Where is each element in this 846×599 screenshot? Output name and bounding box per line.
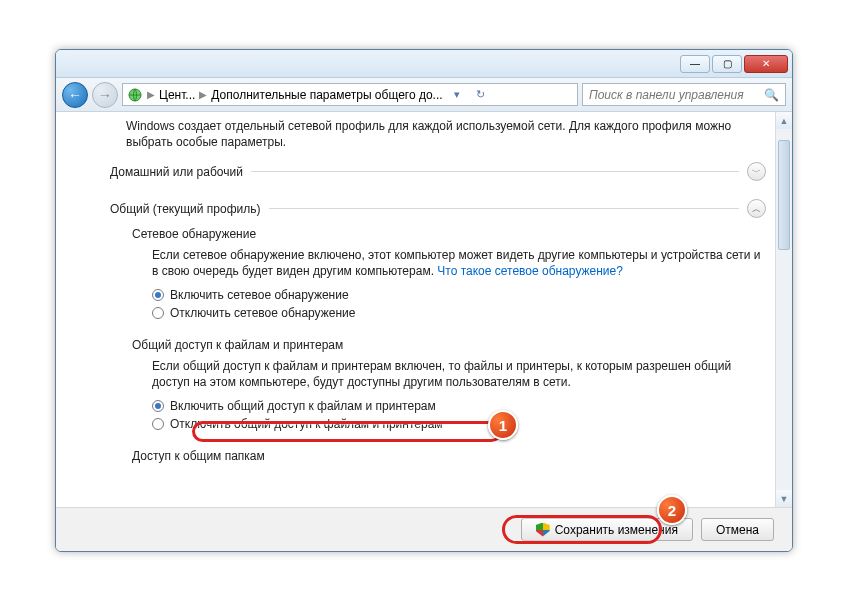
shield-icon bbox=[536, 523, 550, 537]
scrollbar[interactable]: ▲ ▼ bbox=[775, 112, 792, 507]
button-label: Сохранить изменения bbox=[555, 523, 678, 537]
address-dropdown-icon[interactable]: ▾ bbox=[447, 88, 467, 101]
scroll-up-icon[interactable]: ▲ bbox=[776, 112, 792, 129]
section-title: Общий (текущий профиль) bbox=[110, 201, 261, 217]
breadcrumb-item[interactable]: Дополнительные параметры общего до... bbox=[211, 88, 442, 102]
what-is-network-discovery-link[interactable]: Что такое сетевое обнаружение? bbox=[437, 264, 623, 278]
search-icon: 🔍 bbox=[764, 88, 779, 102]
refresh-icon[interactable]: ↻ bbox=[471, 88, 491, 101]
subsection-file-sharing: Общий доступ к файлам и принтерам bbox=[132, 337, 766, 353]
section-title: Домашний или рабочий bbox=[110, 164, 243, 180]
breadcrumb-item[interactable]: Цент... bbox=[159, 88, 195, 102]
chevron-down-icon[interactable]: ﹀ bbox=[747, 162, 766, 181]
button-label: Отмена bbox=[716, 523, 759, 537]
divider bbox=[251, 171, 739, 172]
radio-fileshare-on[interactable]: Включить общий доступ к файлам и принтер… bbox=[152, 398, 766, 414]
chevron-up-icon[interactable]: ︿ bbox=[747, 199, 766, 218]
search-input[interactable]: Поиск в панели управления 🔍 bbox=[582, 83, 786, 106]
navigation-bar: ← → ▶ Цент... ▶ Дополнительные параметры… bbox=[56, 78, 792, 112]
breadcrumb-sep-icon: ▶ bbox=[147, 89, 155, 100]
section-home[interactable]: Домашний или рабочий ﹀ bbox=[110, 162, 766, 181]
radio-label: Включить общий доступ к файлам и принтер… bbox=[170, 398, 436, 414]
cancel-button[interactable]: Отмена bbox=[701, 518, 774, 541]
subsection-network-discovery: Сетевое обнаружение bbox=[132, 226, 766, 242]
radio-icon bbox=[152, 418, 164, 430]
radio-fileshare-off[interactable]: Отключить общий доступ к файлам и принте… bbox=[152, 416, 766, 432]
radio-icon bbox=[152, 307, 164, 319]
control-panel-window: — ▢ ✕ ← → ▶ Цент... ▶ Дополнительные пар… bbox=[55, 49, 793, 552]
radio-label: Отключить сетевое обнаружение bbox=[170, 305, 355, 321]
network-icon bbox=[127, 87, 143, 103]
subsection-public-folders: Доступ к общим папкам bbox=[132, 448, 766, 464]
section-public[interactable]: Общий (текущий профиль) ︿ bbox=[110, 199, 766, 218]
scroll-thumb[interactable] bbox=[778, 140, 790, 250]
divider bbox=[269, 208, 739, 209]
radio-label: Отключить общий доступ к файлам и принте… bbox=[170, 416, 443, 432]
close-button[interactable]: ✕ bbox=[744, 55, 788, 73]
annotation-badge-1: 1 bbox=[488, 410, 518, 440]
radio-netdisc-on[interactable]: Включить сетевое обнаружение bbox=[152, 287, 766, 303]
scroll-down-icon[interactable]: ▼ bbox=[776, 490, 792, 507]
content-area: Windows создает отдельный сетевой профил… bbox=[56, 112, 792, 507]
breadcrumb-sep-icon: ▶ bbox=[199, 89, 207, 100]
radio-netdisc-off[interactable]: Отключить сетевое обнаружение bbox=[152, 305, 766, 321]
minimize-button[interactable]: — bbox=[680, 55, 710, 73]
intro-text: Windows создает отдельный сетевой профил… bbox=[126, 118, 766, 150]
back-button[interactable]: ← bbox=[62, 82, 88, 108]
annotation-badge-2: 2 bbox=[657, 495, 687, 525]
search-placeholder: Поиск в панели управления bbox=[589, 88, 744, 102]
file-sharing-description: Если общий доступ к файлам и принтерам в… bbox=[152, 358, 766, 390]
radio-icon bbox=[152, 289, 164, 301]
forward-button: → bbox=[92, 82, 118, 108]
address-bar[interactable]: ▶ Цент... ▶ Дополнительные параметры общ… bbox=[122, 83, 578, 106]
network-discovery-description: Если сетевое обнаружение включено, этот … bbox=[152, 247, 766, 279]
window-titlebar: — ▢ ✕ bbox=[56, 50, 792, 78]
radio-icon bbox=[152, 400, 164, 412]
radio-label: Включить сетевое обнаружение bbox=[170, 287, 349, 303]
maximize-button[interactable]: ▢ bbox=[712, 55, 742, 73]
